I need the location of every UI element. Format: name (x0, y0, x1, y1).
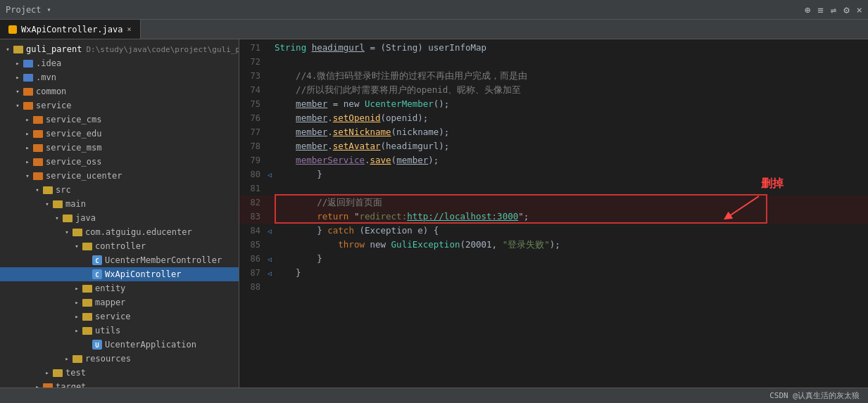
svg-text:U: U (95, 342, 99, 349)
label-mapper: mapper (95, 298, 125, 307)
arrow-main: ▾ (42, 200, 52, 207)
label-mvn: .mvn (36, 72, 56, 82)
label-test: test (65, 368, 86, 378)
tree-item-controller[interactable]: ▾ controller (0, 239, 239, 253)
label-service-inner: service (95, 312, 131, 321)
folder-icon-test (52, 368, 63, 378)
sidebar[interactable]: ▾ guli_parent D:\study\java\code\project… (0, 39, 239, 388)
code-73: //4.微信扫码登录时注册的过程不再由用户完成，而是由 (275, 69, 527, 83)
label-utils: utils (95, 326, 120, 335)
folder-icon-common (23, 87, 34, 96)
linenum-76: 76 (239, 113, 265, 123)
tree-item-java[interactable]: ▾ java (0, 211, 239, 225)
arrow-src: ▾ (32, 186, 42, 193)
tree-item-wxapi-controller[interactable]: C WxApiController (0, 267, 239, 281)
code-line-82: 82 //返回到首页面 (239, 196, 868, 210)
code-line-86: 86 ◁ } (239, 252, 868, 266)
folder-icon-controller (82, 241, 93, 251)
linenum-73: 73 (239, 71, 265, 81)
close-panel-icon[interactable]: × (857, 4, 862, 15)
title-bar: Project ▾ ⊕ ≡ ⇌ ⚙ × (0, 0, 868, 20)
code-editor[interactable]: 71 String headimgurl = (String) userInfo… (239, 39, 868, 294)
folder-icon-target (42, 382, 54, 388)
tree-item-service-ucenter[interactable]: ▾ service_ucenter (0, 169, 239, 183)
code-74: //所以我们此时需要将用户的openid、昵称、头像加至 (275, 83, 521, 97)
label-com-atguigu: com.atguigu.educenter (85, 227, 192, 237)
tree-item-common[interactable]: ▾ common (0, 84, 239, 98)
tree-item-service[interactable]: ▾ service (0, 98, 239, 113)
tree-item-mvn[interactable]: ▸ .mvn (0, 70, 239, 84)
label-resources: resources (85, 354, 131, 364)
tab-label: WxApiController.java (21, 25, 123, 34)
tree-item-service-cms[interactable]: ▸ service_cms (0, 113, 239, 127)
sync-icon[interactable]: ⇌ (831, 4, 836, 15)
new-file-icon[interactable]: ⊕ (805, 4, 810, 15)
tree-item-target[interactable]: ▸ target (0, 380, 239, 388)
tree-item-idea[interactable]: ▸ .idea (0, 56, 239, 70)
code-line-88: 88 (239, 280, 868, 294)
tree-item-ucenter-application[interactable]: U UcenterApplication (0, 338, 239, 352)
arrow-service-oss: ▸ (23, 158, 32, 165)
tree-item-test[interactable]: ▸ test (0, 366, 239, 380)
linenum-86: 86 (239, 254, 265, 264)
tab-close-icon[interactable]: × (127, 25, 132, 33)
tree-item-service-edu[interactable]: ▸ service_edu (0, 127, 239, 141)
label-controller: controller (95, 241, 146, 251)
linenum-77: 77 (239, 127, 265, 137)
tree-item-service-inner[interactable]: ▸ service (0, 309, 239, 324)
folder-icon-guli-parent (13, 44, 24, 54)
code-78: member.setAvatar(headimgurl); (275, 139, 449, 153)
arrow-service: ▾ (13, 102, 23, 109)
code-86: } (275, 252, 322, 266)
tree-item-mapper[interactable]: ▸ mapper (0, 295, 239, 309)
linenum-80: 80 (239, 169, 265, 179)
linenum-71: 71 (239, 43, 265, 53)
label-service-ucenter: service_ucenter (46, 171, 122, 181)
editor-area: 71 String headimgurl = (String) userInfo… (239, 39, 868, 388)
path-guli-parent: D:\study\java\code\project\guli_parent (86, 45, 239, 54)
main-content: ▾ guli_parent D:\study\java\code\project… (0, 39, 868, 388)
label-java: java (75, 213, 96, 223)
label-idea: .idea (36, 58, 61, 68)
gutter-84: ◁ (265, 227, 275, 235)
label-service: service (36, 101, 72, 110)
code-line-78: 78 member.setAvatar(headimgurl); (239, 139, 868, 153)
tree-item-src[interactable]: ▾ src (0, 183, 239, 197)
tree-item-utils[interactable]: ▸ utils (0, 324, 239, 338)
tree-item-main[interactable]: ▾ main (0, 197, 239, 211)
java-icon-ucenter-application: U (92, 340, 103, 350)
code-line-76: 76 member.setOpenid(openid); (239, 111, 868, 125)
arrow-java: ▾ (52, 215, 62, 222)
settings-icon[interactable]: ⚙ (843, 4, 849, 15)
linenum-82: 82 (239, 198, 265, 207)
code-line-85: 85 throw new GuliException(20001, "登录失败"… (239, 238, 868, 252)
linenum-74: 74 (239, 85, 265, 95)
structure-icon[interactable]: ≡ (817, 4, 823, 15)
code-line-79: 79 memberService.save(member); (239, 153, 868, 167)
arrow-utils: ▸ (72, 327, 82, 334)
linenum-78: 78 (239, 141, 265, 151)
code-85: throw new GuliException(20001, "登录失败"); (275, 238, 560, 252)
label-main: main (65, 199, 86, 209)
tab-wxapicontroller[interactable]: WxApiController.java × (0, 20, 141, 39)
status-text: CSDN @认真生活的灰太狼 (769, 390, 860, 401)
label-guli-parent: guli_parent (26, 44, 82, 54)
status-bar: CSDN @认真生活的灰太狼 (0, 388, 868, 403)
arrow-test: ▸ (42, 369, 52, 376)
title-dropdown-icon[interactable]: ▾ (47, 6, 51, 13)
tree-item-resources[interactable]: ▸ resources (0, 352, 239, 366)
tree-item-service-oss[interactable]: ▸ service_oss (0, 155, 239, 169)
code-82: //返回到首页面 (275, 196, 382, 210)
folder-icon-service-oss (32, 157, 44, 167)
code-84: } catch (Exception e) { (275, 224, 439, 238)
tree-item-entity[interactable]: ▸ entity (0, 281, 239, 295)
tree-item-ucenter-member-controller[interactable]: C UcenterMemberController (0, 253, 239, 267)
annotation-delete-text: 删掉 (761, 177, 784, 191)
label-common: common (36, 87, 66, 96)
tree-item-com-atguigu[interactable]: ▾ com.atguigu.educenter (0, 225, 239, 239)
tree-item-guli-parent[interactable]: ▾ guli_parent D:\study\java\code\project… (0, 42, 239, 56)
gutter-87: ◁ (265, 269, 275, 277)
code-line-72: 72 (239, 55, 868, 69)
tree-item-service-msm[interactable]: ▸ service_msm (0, 141, 239, 155)
label-src: src (56, 185, 71, 195)
